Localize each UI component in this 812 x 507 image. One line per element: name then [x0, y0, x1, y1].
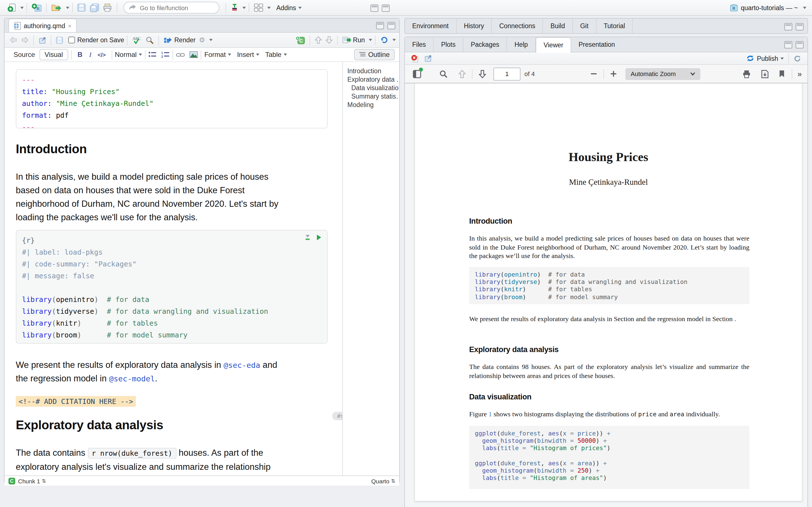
pdf-more-tools-icon[interactable]: »: [797, 69, 802, 78]
pdf-page-input[interactable]: [493, 67, 520, 80]
tab-connections[interactable]: Connections: [492, 18, 543, 33]
image-icon[interactable]: [190, 51, 198, 58]
new-file-button[interactable]: [7, 3, 16, 12]
render-on-save-checkbox[interactable]: [68, 37, 75, 43]
tab-help[interactable]: Help: [507, 38, 536, 52]
run-caret[interactable]: [369, 39, 372, 41]
tab-viewer[interactable]: Viewer: [536, 37, 571, 53]
numbered-list-icon[interactable]: 12: [161, 51, 170, 58]
code-format-button[interactable]: </>: [95, 52, 109, 58]
pdf-zoom-in-icon[interactable]: [610, 70, 617, 77]
env-maximize-icon[interactable]: [796, 23, 804, 31]
new-project-button[interactable]: R: [32, 3, 42, 12]
chunk-position-label[interactable]: Chunk 1: [18, 477, 40, 484]
link-icon[interactable]: [176, 52, 185, 58]
addins-caret[interactable]: [298, 6, 302, 9]
pdf-bookmark-icon[interactable]: [779, 70, 785, 78]
source-mode-button[interactable]: Source: [9, 50, 40, 60]
new-file-caret[interactable]: [20, 6, 24, 9]
editor-tab-authoring[interactable]: authoring.qmd ×: [8, 18, 77, 32]
tab-files[interactable]: Files: [405, 38, 434, 52]
addins-button[interactable]: Addins: [276, 4, 296, 11]
italic-button[interactable]: I: [86, 50, 95, 59]
tab-plots[interactable]: Plots: [434, 38, 463, 52]
pdf-viewer-area[interactable]: Housing Prices Mine Çetinkaya-Rundel Int…: [405, 83, 808, 507]
table-menu[interactable]: Table: [265, 51, 287, 59]
pdf-download-icon[interactable]: [761, 69, 769, 78]
visual-mode-button[interactable]: Visual: [40, 49, 68, 60]
minimize-pane-icon[interactable]: [376, 22, 384, 29]
outline-item-summary-statistics[interactable]: Summary statis…: [343, 92, 399, 100]
tab-build[interactable]: Build: [543, 18, 573, 33]
run-next-chunk-icon[interactable]: [325, 36, 333, 44]
run-previous-chunks-icon[interactable]: [315, 36, 322, 44]
rerun-caret[interactable]: [393, 39, 396, 41]
console-maximize-icon[interactable]: [382, 4, 390, 11]
tab-tutorial[interactable]: Tutorial: [596, 18, 633, 33]
open-file-button[interactable]: [51, 3, 62, 12]
tab-packages[interactable]: Packages: [463, 38, 507, 52]
pane-minimize-icon[interactable]: [784, 41, 792, 48]
insert-menu[interactable]: Insert: [237, 51, 260, 59]
rerun-icon[interactable]: [380, 36, 389, 44]
version-control-caret[interactable]: [243, 6, 246, 9]
pdf-next-page-icon[interactable]: [479, 69, 486, 78]
r-chunk-load-pkgs[interactable]: {r} #| label: load-pkgs #| code-summary:…: [16, 230, 327, 344]
env-restore-icon[interactable]: [784, 23, 792, 31]
format-menu[interactable]: Format: [204, 51, 232, 59]
render-settings-caret[interactable]: [209, 39, 212, 41]
insert-chunk-button[interactable]: C: [296, 36, 305, 44]
bold-button[interactable]: B: [74, 51, 86, 59]
publish-button[interactable]: Publish: [746, 55, 784, 62]
chunk-nav-icon[interactable]: ⇅: [42, 478, 46, 484]
tab-environment[interactable]: Environment: [405, 18, 456, 33]
save-doc-icon[interactable]: [56, 36, 63, 44]
doc-format-label[interactable]: Quarto: [371, 477, 389, 484]
pdf-search-icon[interactable]: [439, 69, 448, 78]
open-file-caret[interactable]: [66, 6, 69, 9]
editor-content[interactable]: --- title: "Housing Prices" author: "Min…: [4, 62, 399, 475]
pdf-sidebar-toggle-icon[interactable]: [412, 69, 422, 78]
find-replace-icon[interactable]: [146, 36, 154, 44]
outline-item-data-visualization[interactable]: Data visualization: [343, 83, 399, 92]
tab-close-icon[interactable]: ×: [68, 22, 71, 29]
tab-history[interactable]: History: [456, 18, 492, 33]
maximize-pane-icon[interactable]: [388, 22, 395, 29]
yaml-metadata-block[interactable]: --- title: "Housing Prices" author: "Min…: [16, 69, 327, 128]
goto-file-box[interactable]: [123, 2, 219, 13]
print-button[interactable]: [103, 3, 112, 12]
viewer-stop-icon[interactable]: [411, 54, 419, 62]
outline-item-modeling[interactable]: Modeling: [343, 100, 399, 109]
render-settings-gear-icon[interactable]: ⚙: [199, 36, 205, 44]
project-menu[interactable]: R quarto-tutorials — ~: [729, 4, 806, 11]
outline-item-introduction[interactable]: Introduction: [343, 66, 399, 75]
pdf-prev-page-icon[interactable]: [458, 69, 466, 78]
pdf-print-icon[interactable]: [742, 69, 751, 78]
popout-editor-icon[interactable]: [38, 36, 46, 44]
paragraph-style-select[interactable]: Normal: [115, 51, 142, 59]
run-button[interactable]: Run: [342, 37, 365, 43]
pdf-zoom-out-icon[interactable]: [591, 70, 598, 77]
spellcheck-icon[interactable]: ABC: [132, 36, 142, 44]
workspace-panes-caret[interactable]: [267, 6, 271, 9]
tab-git[interactable]: Git: [573, 18, 596, 33]
outline-toggle-button[interactable]: Outline: [354, 49, 395, 60]
save-all-button[interactable]: [89, 3, 99, 12]
pdf-zoom-select[interactable]: Automatic Zoom: [626, 68, 701, 80]
tab-presentation[interactable]: Presentation: [571, 38, 622, 52]
pane-maximize-icon[interactable]: [796, 41, 804, 48]
doc-format-nav-icon[interactable]: ⇅: [391, 478, 395, 484]
workspace-panes-button[interactable]: [254, 3, 263, 12]
back-icon[interactable]: [10, 37, 17, 43]
publish-caret[interactable]: [780, 57, 784, 59]
version-control-button[interactable]: [231, 3, 239, 12]
viewer-popout-icon[interactable]: [424, 55, 432, 62]
chunk-run-above-icon[interactable]: [305, 234, 311, 240]
chunk-run-icon[interactable]: [316, 234, 321, 240]
outline-item-eda[interactable]: Exploratory data …: [343, 75, 399, 83]
console-restore-icon[interactable]: [370, 4, 378, 11]
bullet-list-icon[interactable]: [149, 51, 157, 58]
goto-file-input[interactable]: [139, 4, 207, 11]
save-button[interactable]: [77, 3, 86, 12]
viewer-refresh-icon[interactable]: [794, 54, 801, 62]
